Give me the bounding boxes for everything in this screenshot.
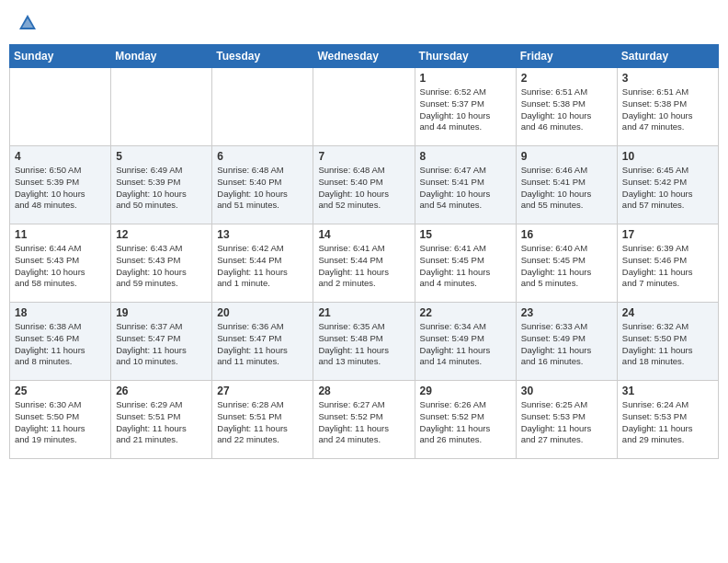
day-cell: 2Sunrise: 6:51 AMSunset: 5:38 PMDaylight… bbox=[516, 68, 617, 146]
day-info: Sunrise: 6:46 AMSunset: 5:41 PMDaylight:… bbox=[521, 165, 612, 212]
day-number: 26 bbox=[116, 385, 207, 397]
day-cell: 19Sunrise: 6:37 AMSunset: 5:47 PMDayligh… bbox=[111, 303, 212, 381]
day-number: 18 bbox=[15, 306, 106, 319]
day-number: 9 bbox=[521, 150, 612, 163]
day-info: Sunrise: 6:37 AMSunset: 5:47 PMDaylight:… bbox=[116, 321, 207, 368]
col-header-tuesday: Tuesday bbox=[212, 45, 313, 68]
day-number: 15 bbox=[420, 228, 511, 241]
day-cell bbox=[313, 68, 415, 146]
day-info: Sunrise: 6:40 AMSunset: 5:45 PMDaylight:… bbox=[521, 243, 612, 290]
day-number: 10 bbox=[622, 150, 713, 163]
day-number: 16 bbox=[521, 228, 612, 241]
day-cell: 15Sunrise: 6:41 AMSunset: 5:45 PMDayligh… bbox=[415, 224, 516, 303]
day-info: Sunrise: 6:36 AMSunset: 5:47 PMDaylight:… bbox=[217, 321, 308, 368]
day-number: 25 bbox=[15, 385, 106, 397]
day-cell: 28Sunrise: 6:27 AMSunset: 5:52 PMDayligh… bbox=[313, 381, 415, 459]
day-cell bbox=[10, 68, 111, 146]
day-cell: 21Sunrise: 6:35 AMSunset: 5:48 PMDayligh… bbox=[313, 303, 415, 381]
day-info: Sunrise: 6:26 AMSunset: 5:52 PMDaylight:… bbox=[420, 399, 511, 446]
day-cell: 26Sunrise: 6:29 AMSunset: 5:51 PMDayligh… bbox=[111, 381, 212, 459]
col-header-friday: Friday bbox=[516, 45, 617, 68]
day-info: Sunrise: 6:48 AMSunset: 5:40 PMDaylight:… bbox=[318, 165, 409, 212]
day-cell bbox=[111, 68, 212, 146]
day-info: Sunrise: 6:50 AMSunset: 5:39 PMDaylight:… bbox=[15, 165, 106, 212]
day-info: Sunrise: 6:51 AMSunset: 5:38 PMDaylight:… bbox=[521, 86, 612, 133]
day-number: 21 bbox=[318, 306, 409, 319]
day-info: Sunrise: 6:28 AMSunset: 5:51 PMDaylight:… bbox=[217, 399, 308, 446]
week-row-5: 25Sunrise: 6:30 AMSunset: 5:50 PMDayligh… bbox=[10, 381, 719, 459]
day-info: Sunrise: 6:33 AMSunset: 5:49 PMDaylight:… bbox=[521, 321, 612, 368]
day-cell: 31Sunrise: 6:24 AMSunset: 5:53 PMDayligh… bbox=[617, 381, 718, 459]
logo bbox=[17, 13, 36, 33]
day-info: Sunrise: 6:43 AMSunset: 5:43 PMDaylight:… bbox=[116, 243, 207, 290]
day-number: 30 bbox=[521, 385, 612, 397]
day-cell: 30Sunrise: 6:25 AMSunset: 5:53 PMDayligh… bbox=[516, 381, 617, 459]
day-info: Sunrise: 6:27 AMSunset: 5:52 PMDaylight:… bbox=[318, 399, 409, 446]
day-number: 1 bbox=[420, 72, 511, 85]
day-info: Sunrise: 6:34 AMSunset: 5:49 PMDaylight:… bbox=[420, 321, 511, 368]
day-cell: 29Sunrise: 6:26 AMSunset: 5:52 PMDayligh… bbox=[415, 381, 516, 459]
day-cell: 9Sunrise: 6:46 AMSunset: 5:41 PMDaylight… bbox=[516, 146, 617, 224]
day-cell: 4Sunrise: 6:50 AMSunset: 5:39 PMDaylight… bbox=[10, 146, 111, 224]
day-number: 23 bbox=[521, 306, 612, 319]
day-number: 8 bbox=[420, 150, 511, 163]
week-row-1: 1Sunrise: 6:52 AMSunset: 5:37 PMDaylight… bbox=[10, 68, 719, 146]
day-cell: 3Sunrise: 6:51 AMSunset: 5:38 PMDaylight… bbox=[617, 68, 718, 146]
day-info: Sunrise: 6:47 AMSunset: 5:41 PMDaylight:… bbox=[420, 165, 511, 212]
day-cell: 25Sunrise: 6:30 AMSunset: 5:50 PMDayligh… bbox=[10, 381, 111, 459]
day-number: 2 bbox=[521, 72, 612, 85]
day-cell: 7Sunrise: 6:48 AMSunset: 5:40 PMDaylight… bbox=[313, 146, 415, 224]
day-number: 22 bbox=[420, 306, 511, 319]
day-cell: 6Sunrise: 6:48 AMSunset: 5:40 PMDaylight… bbox=[212, 146, 313, 224]
day-info: Sunrise: 6:41 AMSunset: 5:45 PMDaylight:… bbox=[420, 243, 511, 290]
day-cell: 10Sunrise: 6:45 AMSunset: 5:42 PMDayligh… bbox=[617, 146, 718, 224]
day-info: Sunrise: 6:49 AMSunset: 5:39 PMDaylight:… bbox=[116, 165, 207, 212]
day-number: 14 bbox=[318, 228, 409, 241]
day-number: 3 bbox=[622, 72, 713, 85]
day-number: 12 bbox=[116, 228, 207, 241]
logo-icon bbox=[17, 13, 38, 33]
day-info: Sunrise: 6:30 AMSunset: 5:50 PMDaylight:… bbox=[15, 399, 106, 446]
day-cell: 27Sunrise: 6:28 AMSunset: 5:51 PMDayligh… bbox=[212, 381, 313, 459]
day-cell: 18Sunrise: 6:38 AMSunset: 5:46 PMDayligh… bbox=[10, 303, 111, 381]
day-cell: 1Sunrise: 6:52 AMSunset: 5:37 PMDaylight… bbox=[415, 68, 516, 146]
day-info: Sunrise: 6:32 AMSunset: 5:50 PMDaylight:… bbox=[622, 321, 713, 368]
day-number: 19 bbox=[116, 306, 207, 319]
day-info: Sunrise: 6:39 AMSunset: 5:46 PMDaylight:… bbox=[622, 243, 713, 290]
day-number: 20 bbox=[217, 306, 308, 319]
day-cell: 13Sunrise: 6:42 AMSunset: 5:44 PMDayligh… bbox=[212, 224, 313, 303]
day-number: 29 bbox=[420, 385, 511, 397]
day-info: Sunrise: 6:24 AMSunset: 5:53 PMDaylight:… bbox=[622, 399, 713, 446]
day-info: Sunrise: 6:51 AMSunset: 5:38 PMDaylight:… bbox=[622, 86, 713, 133]
day-info: Sunrise: 6:29 AMSunset: 5:51 PMDaylight:… bbox=[116, 399, 207, 446]
day-number: 11 bbox=[15, 228, 106, 241]
col-header-thursday: Thursday bbox=[415, 45, 516, 68]
day-number: 5 bbox=[116, 150, 207, 163]
header-row: SundayMondayTuesdayWednesdayThursdayFrid… bbox=[10, 45, 719, 68]
day-info: Sunrise: 6:41 AMSunset: 5:44 PMDaylight:… bbox=[318, 243, 409, 290]
day-cell: 5Sunrise: 6:49 AMSunset: 5:39 PMDaylight… bbox=[111, 146, 212, 224]
day-cell: 17Sunrise: 6:39 AMSunset: 5:46 PMDayligh… bbox=[617, 224, 718, 303]
day-cell: 23Sunrise: 6:33 AMSunset: 5:49 PMDayligh… bbox=[516, 303, 617, 381]
day-number: 13 bbox=[217, 228, 308, 241]
day-number: 4 bbox=[15, 150, 106, 163]
day-cell: 22Sunrise: 6:34 AMSunset: 5:49 PMDayligh… bbox=[415, 303, 516, 381]
day-info: Sunrise: 6:42 AMSunset: 5:44 PMDaylight:… bbox=[217, 243, 308, 290]
day-cell: 16Sunrise: 6:40 AMSunset: 5:45 PMDayligh… bbox=[516, 224, 617, 303]
day-number: 27 bbox=[217, 385, 308, 397]
day-number: 24 bbox=[622, 306, 713, 319]
day-info: Sunrise: 6:38 AMSunset: 5:46 PMDaylight:… bbox=[15, 321, 106, 368]
day-info: Sunrise: 6:44 AMSunset: 5:43 PMDaylight:… bbox=[15, 243, 106, 290]
day-number: 31 bbox=[622, 385, 713, 397]
col-header-sunday: Sunday bbox=[10, 45, 111, 68]
day-cell: 8Sunrise: 6:47 AMSunset: 5:41 PMDaylight… bbox=[415, 146, 516, 224]
day-info: Sunrise: 6:52 AMSunset: 5:37 PMDaylight:… bbox=[420, 86, 511, 133]
day-cell bbox=[212, 68, 313, 146]
week-row-2: 4Sunrise: 6:50 AMSunset: 5:39 PMDaylight… bbox=[10, 146, 719, 224]
day-number: 28 bbox=[318, 385, 409, 397]
col-header-saturday: Saturday bbox=[617, 45, 718, 68]
week-row-3: 11Sunrise: 6:44 AMSunset: 5:43 PMDayligh… bbox=[10, 224, 719, 303]
page-header bbox=[9, 9, 719, 37]
day-cell: 11Sunrise: 6:44 AMSunset: 5:43 PMDayligh… bbox=[10, 224, 111, 303]
day-number: 6 bbox=[217, 150, 308, 163]
